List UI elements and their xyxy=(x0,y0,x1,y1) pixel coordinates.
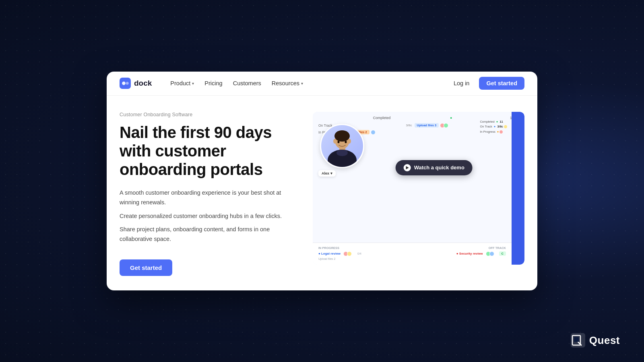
svg-point-1 xyxy=(122,82,126,85)
get-started-nav-button[interactable]: Get started xyxy=(479,77,524,90)
nav-pricing[interactable]: Pricing xyxy=(200,78,226,89)
avatar-8 xyxy=(504,125,508,129)
avatar-group-2 xyxy=(372,130,376,135)
hero-desc-1: A smooth customer onboarding experience … xyxy=(120,188,300,208)
svg-point-9 xyxy=(336,150,348,156)
svg-point-11 xyxy=(345,141,347,143)
navbar: dock Product ▾ Pricing Customers Resourc… xyxy=(107,72,537,96)
quest-label: Quest xyxy=(589,334,620,347)
watch-demo-button[interactable]: Watch a quick demo xyxy=(396,160,473,175)
play-icon xyxy=(404,164,411,171)
person-name-tag: Alex ▾ xyxy=(318,170,336,177)
avatar-group-4 xyxy=(487,251,494,256)
avatar-9 xyxy=(499,130,503,134)
login-button[interactable]: Log in xyxy=(449,78,475,89)
svg-point-10 xyxy=(337,141,339,143)
demo-screenshot: Completed ● 11 On Track 3/8c Upload file… xyxy=(313,112,524,265)
nav-customers[interactable]: Customers xyxy=(229,78,265,89)
get-started-hero-button[interactable]: Get started xyxy=(120,259,172,276)
logo[interactable]: dock xyxy=(120,78,152,89)
nav-resources[interactable]: Resources ▾ xyxy=(268,78,307,89)
svg-point-5 xyxy=(333,139,336,144)
dash-table-row-1: ● Legal review 0/4 ● Security review xyxy=(318,251,506,256)
badge-on-track: Upload files 3 xyxy=(415,123,439,128)
avatar-group-3 xyxy=(345,251,352,256)
nav-links: Product ▾ Pricing Customers Resources ▾ xyxy=(166,78,449,89)
avatar-group-1 xyxy=(441,123,448,128)
demo-container: Completed ● 11 On Track 3/8c Upload file… xyxy=(313,112,524,265)
hero-right: Completed ● 11 On Track 3/8c Upload file… xyxy=(313,112,524,276)
dock-logo-icon xyxy=(120,78,131,89)
avatar-2 xyxy=(444,123,448,128)
play-triangle-icon xyxy=(406,166,409,169)
person-avatar xyxy=(320,124,364,168)
avatar-7 xyxy=(489,251,494,256)
nav-right: Log in Get started xyxy=(449,77,524,90)
svg-point-6 xyxy=(348,139,351,144)
badge-complete-1: C xyxy=(499,251,506,256)
nav-product[interactable]: Product ▾ xyxy=(166,78,198,89)
dash-table-row-2: Upload files 2 xyxy=(318,257,506,260)
main-card: dock Product ▾ Pricing Customers Resourc… xyxy=(107,72,537,291)
quest-logo-icon xyxy=(571,333,585,348)
hero-left: Customer Onboarding Software Nail the fi… xyxy=(120,112,313,276)
dash-count-1: ● xyxy=(450,116,452,120)
hero-section: Customer Onboarding Software Nail the fi… xyxy=(107,96,537,291)
avatar-5 xyxy=(347,251,352,256)
logo-text: dock xyxy=(134,79,152,88)
hero-desc-3: Share project plans, onboarding content,… xyxy=(120,225,300,244)
person-svg xyxy=(323,129,361,167)
avatar-3 xyxy=(371,130,376,135)
hero-eyebrow: Customer Onboarding Software xyxy=(120,112,300,117)
svg-point-4 xyxy=(334,130,350,142)
dash-completed-label: Completed xyxy=(373,116,391,120)
hero-desc-2: Create personalized customer onboarding … xyxy=(120,212,300,221)
svg-point-2 xyxy=(126,82,129,85)
dash-table-header: In Progress Off Track xyxy=(318,246,506,250)
blue-accent xyxy=(512,112,524,265)
svg-rect-15 xyxy=(574,337,579,342)
quest-logo: Quest xyxy=(571,333,620,348)
hero-title: Nail the first 90 days with customer onb… xyxy=(120,123,300,179)
right-panel: Completed ● 11 On Track ● 3/8c In Progre… xyxy=(480,120,508,134)
product-chevron-icon: ▾ xyxy=(192,81,194,86)
dash-table: In Progress Off Track ● Legal review 0/4… xyxy=(313,243,512,265)
resources-chevron-icon: ▾ xyxy=(301,81,303,86)
watch-demo-label: Watch a quick demo xyxy=(414,165,464,171)
